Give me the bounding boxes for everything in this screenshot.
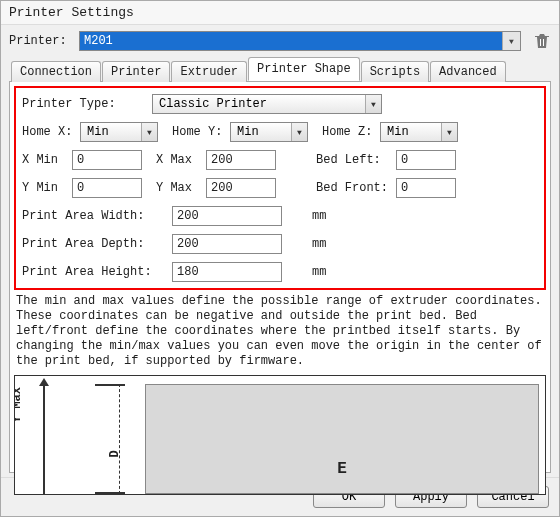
y-min-input[interactable]: 0	[72, 178, 142, 198]
diagram-e-label: E	[337, 460, 347, 478]
y-max-input[interactable]: 200	[206, 178, 276, 198]
shape-settings-group: Printer Type: Classic Printer ▼ Home X: …	[14, 86, 546, 290]
chevron-down-icon: ▼	[502, 32, 520, 50]
tab-scripts[interactable]: Scripts	[361, 61, 429, 82]
tab-panel: Printer Type: Classic Printer ▼ Home X: …	[9, 81, 551, 473]
printer-type-value: Classic Printer	[153, 95, 365, 113]
printer-settings-window: Printer Settings Printer: M201 ▼ Connect…	[0, 0, 560, 517]
tab-printer-shape[interactable]: Printer Shape	[248, 57, 360, 81]
diagram-d-tick-bot	[95, 492, 125, 494]
home-x-select[interactable]: Min ▼	[80, 122, 158, 142]
pad-unit: mm	[312, 237, 326, 251]
tab-bar: Connection Printer Extruder Printer Shap…	[9, 57, 551, 81]
tab-connection[interactable]: Connection	[11, 61, 101, 82]
paw-unit: mm	[312, 209, 326, 223]
printer-label: Printer:	[9, 34, 79, 48]
x-max-label: X Max	[156, 153, 206, 167]
diagram-d-tick-top	[95, 384, 125, 386]
home-y-select[interactable]: Min ▼	[230, 122, 308, 142]
diagram-d-line	[119, 384, 120, 494]
tab-advanced[interactable]: Advanced	[430, 61, 506, 82]
print-area-width-label: Print Area Width:	[22, 209, 172, 223]
bed-left-input[interactable]: 0	[396, 150, 456, 170]
printer-type-label: Printer Type:	[22, 97, 152, 111]
window-title: Printer Settings	[1, 1, 559, 25]
chevron-down-icon: ▼	[291, 123, 307, 141]
tab-extruder[interactable]: Extruder	[171, 61, 247, 82]
x-min-input[interactable]: 0	[72, 150, 142, 170]
bed-front-label: Bed Front:	[316, 181, 396, 195]
y-min-label: Y Min	[22, 181, 72, 195]
print-area-depth-input[interactable]: 200	[172, 234, 282, 254]
chevron-down-icon: ▼	[441, 123, 457, 141]
x-max-input[interactable]: 200	[206, 150, 276, 170]
print-area-depth-label: Print Area Depth:	[22, 237, 172, 251]
printer-select-value: M201	[80, 32, 502, 50]
printer-row: Printer: M201 ▼	[9, 31, 551, 51]
chevron-down-icon: ▼	[365, 95, 381, 113]
home-z-select[interactable]: Min ▼	[380, 122, 458, 142]
delete-printer-button[interactable]	[533, 32, 551, 50]
arrow-up-icon	[39, 378, 49, 386]
print-area-height-label: Print Area Height:	[22, 265, 172, 279]
description-text: The min and max values define the possib…	[14, 290, 546, 375]
home-y-label: Home Y:	[172, 125, 230, 139]
diagram-y-label: Y Max	[14, 387, 24, 423]
printer-type-select[interactable]: Classic Printer ▼	[152, 94, 382, 114]
diagram-bed-area: E	[145, 384, 539, 494]
bed-diagram: Y Max D E	[14, 375, 546, 495]
printer-select[interactable]: M201 ▼	[79, 31, 521, 51]
diagram-y-axis	[43, 384, 45, 494]
home-x-label: Home X:	[22, 125, 80, 139]
home-z-label: Home Z:	[322, 125, 380, 139]
x-min-label: X Min	[22, 153, 72, 167]
trash-icon	[535, 33, 549, 49]
print-area-height-input[interactable]: 180	[172, 262, 282, 282]
diagram-d-label: D	[108, 450, 122, 457]
bed-left-label: Bed Left:	[316, 153, 396, 167]
bed-front-input[interactable]: 0	[396, 178, 456, 198]
y-max-label: Y Max	[156, 181, 206, 195]
window-content: Printer: M201 ▼ Connection Printer Extru…	[1, 25, 559, 477]
tab-printer[interactable]: Printer	[102, 61, 170, 82]
print-area-width-input[interactable]: 200	[172, 206, 282, 226]
chevron-down-icon: ▼	[141, 123, 157, 141]
pah-unit: mm	[312, 265, 326, 279]
